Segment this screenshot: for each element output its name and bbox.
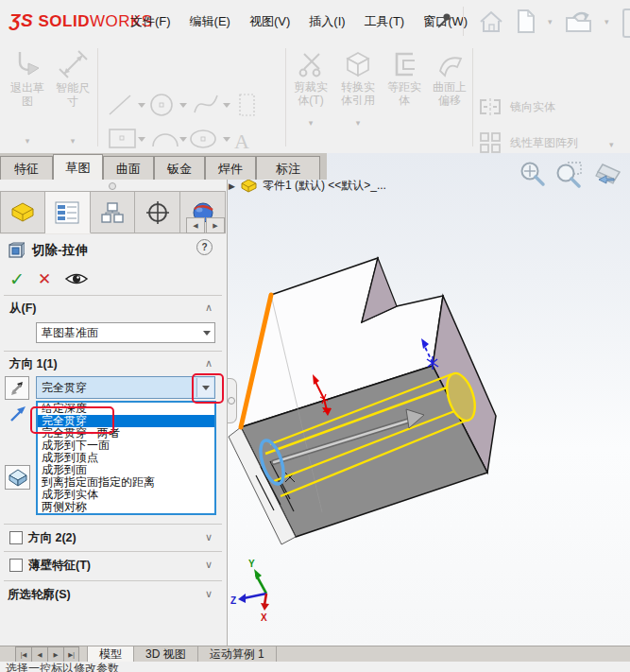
direction2-section-header[interactable]: 方向 2(2) ∨ xyxy=(0,529,226,548)
surface-offset-button[interactable]: 曲面上 偏移 xyxy=(427,50,472,107)
tab-nav-buttons: |◀ ◀ ▶ ▶| xyxy=(15,646,79,663)
surface-offset-icon xyxy=(435,50,464,78)
convert-caret-icon[interactable]: ▾ xyxy=(335,119,381,128)
selected-contours-section-header[interactable]: 所选轮廓(S) ∨ xyxy=(0,586,226,605)
chevron-down-icon[interactable]: ∨ xyxy=(205,588,213,600)
option-mid-plane[interactable]: 两侧对称 xyxy=(38,501,214,513)
model-3d-scene[interactable]: Y Z X xyxy=(227,153,630,646)
new-document-caret-icon[interactable]: ▾ xyxy=(548,18,553,26)
tree-expand-icon[interactable]: ▶ xyxy=(229,181,235,191)
menu-view[interactable]: 视图(V) xyxy=(240,13,299,30)
option-up-to-next[interactable]: 成形到下一面 xyxy=(38,439,214,452)
option-up-to-vertex[interactable]: 成形到顶点 xyxy=(38,452,214,464)
from-combobox[interactable]: 草图基准面 xyxy=(36,322,215,343)
end-condition-combobox[interactable]: 完全贯穿 xyxy=(36,376,215,399)
menu-file[interactable]: 文件(F) xyxy=(121,13,180,30)
view-orientation-icon[interactable] xyxy=(593,161,623,189)
exit-sketch-caret-icon[interactable]: ▾ xyxy=(6,137,49,146)
tab-feature-manager[interactable] xyxy=(0,191,45,233)
tab-nav-prev-button[interactable]: ◀ xyxy=(31,646,47,663)
panel-grip[interactable] xyxy=(0,180,226,191)
tab-markup[interactable]: 标注 xyxy=(256,156,320,180)
convert-entities-label: 转换实 体引用 xyxy=(335,80,381,107)
reverse-direction-button[interactable] xyxy=(5,376,29,400)
direction2-label: 方向 2(2) xyxy=(28,530,77,546)
scroll-left-button[interactable]: ◀ xyxy=(186,217,205,233)
tab-sheet-metal[interactable]: 钣金 xyxy=(154,156,205,180)
from-section-header[interactable]: 从(F) ∧ xyxy=(0,300,226,319)
from-combo-caret-icon[interactable] xyxy=(203,331,211,336)
option-up-to-surface[interactable]: 成形到面 xyxy=(38,464,214,476)
offset-entities-button[interactable]: 等距实 体 xyxy=(383,50,425,107)
help-icon[interactable]: ? xyxy=(196,239,213,255)
tab-sketch[interactable]: 草图 xyxy=(53,154,103,180)
draft-button[interactable] xyxy=(5,465,30,490)
option-up-to-body[interactable]: 成形到实体 xyxy=(38,489,214,501)
divider xyxy=(4,551,222,552)
direction1-section-header[interactable]: 方向 1(1) ∧ xyxy=(0,355,226,374)
mirror-entities-label: 镜向实体 xyxy=(510,99,555,115)
tab-dimxpert-manager[interactable] xyxy=(135,191,180,233)
surface-offset-label: 曲面上 偏移 xyxy=(427,80,472,107)
from-value: 草图基准面 xyxy=(42,325,98,341)
menu-tools[interactable]: 工具(T) xyxy=(355,13,415,30)
feature-manager-icon xyxy=(10,201,35,224)
tab-configuration-manager[interactable] xyxy=(91,191,136,233)
open-document-icon[interactable] xyxy=(565,9,593,34)
divider xyxy=(4,580,222,581)
tab-motion-study[interactable]: 运动算例 1 xyxy=(198,646,277,663)
open-document-caret-icon[interactable]: ▾ xyxy=(604,18,609,26)
smart-dimension-button[interactable]: 智能尺 寸 ▾ xyxy=(51,47,94,147)
mirror-entities-button[interactable]: 镜向实体 xyxy=(478,97,555,116)
graphics-area[interactable]: Y Z X ▶ 零件1 (默认) <<默认>_... xyxy=(227,153,630,646)
thin-feature-checkbox[interactable] xyxy=(9,559,23,572)
menu-edit[interactable]: 编辑(E) xyxy=(180,13,240,30)
convert-entities-button[interactable]: 转换实 体引用 ▾ xyxy=(335,50,381,128)
offset-entities-icon xyxy=(390,50,418,78)
mirror-entities-icon xyxy=(478,97,502,116)
chevron-down-icon[interactable]: ∨ xyxy=(205,531,213,543)
feature-tree-flyout[interactable]: ▶ 零件1 (默认) <<默认>_... xyxy=(229,178,386,194)
chevron-up-icon[interactable]: ∧ xyxy=(205,357,213,370)
tab-model[interactable]: 模型 xyxy=(87,646,134,663)
direction1-label: 方向 1(1) xyxy=(9,356,58,372)
tab-nav-last-button[interactable]: ▶| xyxy=(63,646,79,663)
home-icon[interactable] xyxy=(478,9,504,34)
trim-entities-icon xyxy=(297,50,325,78)
cut-extrude-icon xyxy=(8,242,25,259)
thin-feature-section-header[interactable]: 薄壁特征(T) ∨ xyxy=(0,557,226,576)
tab-features[interactable]: 特征 xyxy=(0,156,53,180)
exit-sketch-button[interactable]: 退出草 图 ▾ xyxy=(6,47,49,147)
command-manager-tabs: 特征 草图 曲面 钣金 焊件 标注 xyxy=(0,153,327,180)
exit-sketch-icon xyxy=(11,49,43,79)
zoom-area-icon[interactable] xyxy=(555,161,584,189)
tab-nav-first-button[interactable]: |◀ xyxy=(15,646,31,663)
zoom-fit-icon[interactable] xyxy=(518,161,546,189)
menu-insert[interactable]: 插入(I) xyxy=(299,13,354,30)
smart-dimension-caret-icon[interactable]: ▾ xyxy=(51,137,94,146)
scroll-right-button[interactable]: ▶ xyxy=(206,217,225,233)
chevron-down-icon[interactable]: ∨ xyxy=(205,559,213,571)
linear-pattern-caret-icon[interactable]: ▾ xyxy=(609,141,614,149)
new-document-icon[interactable] xyxy=(516,9,536,34)
option-offset-from-surface[interactable]: 到离指定面指定的距离 xyxy=(38,476,214,489)
tab-surfaces[interactable]: 曲面 xyxy=(103,156,154,180)
cancel-button[interactable]: ✕ xyxy=(38,269,51,289)
tab-property-manager[interactable] xyxy=(45,191,91,233)
confirm-button[interactable]: ✓ xyxy=(9,268,25,290)
pin-menu-icon[interactable] xyxy=(436,12,451,29)
eye-preview-button[interactable] xyxy=(64,271,89,286)
tab-weldments[interactable]: 焊件 xyxy=(205,156,256,180)
pm-title-row: 切除-拉伸 ? xyxy=(0,236,226,265)
reference-triad: Y Z X xyxy=(230,559,269,623)
tab-nav-next-button[interactable]: ▶ xyxy=(47,646,63,663)
chevron-up-icon[interactable]: ∧ xyxy=(205,302,213,314)
linear-pattern-button[interactable]: 线性草图阵列 xyxy=(478,131,578,154)
selected-contours-label: 所选轮廓(S) xyxy=(8,587,71,603)
annotation-box-through-all xyxy=(30,406,114,434)
direction2-checkbox[interactable] xyxy=(9,531,23,544)
trim-entities-button[interactable]: 剪裁实 体(T) ▾ xyxy=(289,50,332,128)
tab-3d-views[interactable]: 3D 视图 xyxy=(134,646,198,663)
triad-x-label: X xyxy=(261,612,267,623)
trim-caret-icon[interactable]: ▾ xyxy=(289,119,332,128)
